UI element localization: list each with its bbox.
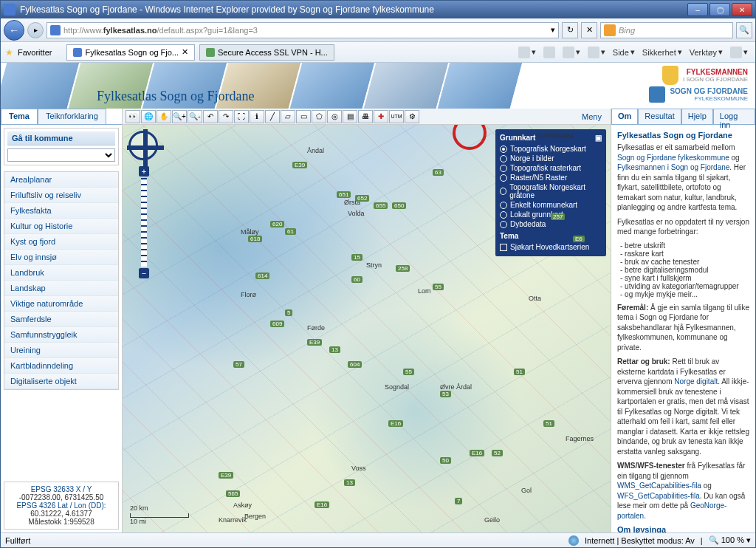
add-icon[interactable]: ✚ <box>374 110 388 123</box>
tab-fylkesatlas[interactable]: Fylkesatlas Sogn og Fjo... ✕ <box>66 44 195 61</box>
right-tab-resultat[interactable]: Resultat <box>638 109 681 124</box>
place-label: Otta <box>529 295 541 302</box>
address-bar[interactable]: http://www.fylkesatlas.no/default.aspx?g… <box>47 22 559 38</box>
sfj-link[interactable]: Sogn og Fjordane fylkeskommune <box>617 154 729 162</box>
info-icon[interactable]: ℹ <box>250 110 264 123</box>
stop-button[interactable]: ✕ <box>581 22 597 38</box>
globe-icon[interactable]: 🌐 <box>141 110 156 123</box>
binoculars-icon[interactable]: 👀 <box>126 110 140 123</box>
buffer-icon[interactable]: ◎ <box>327 110 342 123</box>
help-button[interactable]: ▾ <box>727 45 751 60</box>
select-rect-icon[interactable]: ▭ <box>296 110 311 123</box>
basemap-radio[interactable] <box>500 211 507 219</box>
home-button[interactable]: ▾ <box>515 45 539 60</box>
dropdown-icon[interactable]: ▾ <box>551 25 555 35</box>
compass-control[interactable] <box>128 131 158 160</box>
theme-item[interactable]: Arealplanar <box>4 172 118 188</box>
forward-button[interactable]: ▸ <box>27 22 44 38</box>
print-button[interactable]: ▾ <box>585 45 608 60</box>
road-label: 620 <box>270 221 284 227</box>
minimize-button[interactable]: – <box>687 3 708 16</box>
ie-icon <box>4 4 16 16</box>
feeds-button[interactable] <box>540 45 558 60</box>
zoom-out-icon[interactable]: 🔍- <box>188 110 202 123</box>
theme-item[interactable]: Landskap <box>4 281 118 296</box>
kommune-select[interactable] <box>7 148 115 162</box>
theme-item[interactable]: Kartbladinndeling <box>4 358 118 374</box>
fm-link[interactable]: Fylkesmannen i Sogn og Fjordane <box>617 163 729 171</box>
road-label: 258 <box>396 265 410 272</box>
zoom-prev-icon[interactable]: ↶ <box>203 110 218 123</box>
tab-icon <box>73 48 82 57</box>
theme-item[interactable]: Digitaliserte objekt <box>4 374 118 389</box>
favorites-label[interactable]: Favoritter <box>18 48 52 57</box>
utm-icon[interactable]: UTM <box>389 110 404 123</box>
fullextent-icon[interactable]: ⛶ <box>234 110 249 123</box>
road-label: 651 <box>337 191 351 198</box>
zoom-in-button[interactable]: + <box>139 166 149 177</box>
place-label: Geilo <box>484 516 500 524</box>
basemap-radio[interactable] <box>500 165 507 172</box>
close-button[interactable]: ✕ <box>732 3 752 16</box>
theme-item[interactable]: Samfunnstryggleik <box>4 327 118 343</box>
theme-item[interactable]: Fylkesfakta <box>4 203 118 219</box>
theme-item[interactable]: Kyst og fjord <box>4 234 118 250</box>
search-button[interactable]: 🔍 <box>736 22 752 38</box>
road-label: 51 <box>514 369 525 375</box>
basemap-radio[interactable] <box>500 188 506 195</box>
titlebar: Fylkesatlas Sogn og Fjordane - Windows I… <box>1 1 755 18</box>
zoom-in-icon[interactable]: 🔍+ <box>172 110 187 123</box>
maximize-button[interactable]: ▢ <box>709 3 730 16</box>
map-canvas[interactable]: + − 20 km 10 mi Grunnkart▣ Topografisk N… <box>123 125 611 532</box>
fylkesmannen-logo <box>662 66 678 85</box>
zoom-indicator[interactable]: 🔍 100 % ▾ <box>709 535 751 545</box>
print-icon[interactable]: 🖶 <box>358 110 373 123</box>
tab-ssl-vpn[interactable]: Secure Access SSL VPN - H... <box>199 44 334 61</box>
search-box[interactable]: Bing <box>600 22 733 38</box>
settings-icon[interactable]: ⚙ <box>405 110 419 123</box>
right-tab-hjelp[interactable]: Hjelp <box>681 109 713 124</box>
select-poly-icon[interactable]: ⬠ <box>312 110 326 123</box>
tab-tema[interactable]: Tema <box>1 109 38 124</box>
basemap-radio[interactable] <box>500 155 507 162</box>
right-panel: OmResultatHjelpLogg inn Fylkesatlas Sogn… <box>611 109 755 532</box>
basemap-radio[interactable] <box>500 202 507 209</box>
theme-item[interactable]: Friluftsliv og reiseliv <box>4 188 118 203</box>
right-tab-om[interactable]: Om <box>611 109 638 124</box>
measure-line-icon[interactable]: ╱ <box>265 110 280 123</box>
safety-menu[interactable]: Sikkerhet ▾ <box>639 45 685 60</box>
theme-item[interactable]: Landbruk <box>4 265 118 281</box>
map-column: 👀 🌐 ✋ 🔍+ 🔍- ↶ ↷ ⛶ ℹ ╱ ▱ ▭ ⬠ ◎ ▤ 🖶 ✚ <box>123 109 611 532</box>
sjokart-checkbox[interactable] <box>500 244 507 251</box>
meny-link[interactable]: Meny <box>582 112 608 121</box>
layers-icon[interactable]: ▤ <box>343 110 357 123</box>
pan-icon[interactable]: ✋ <box>157 110 171 123</box>
home-icon <box>518 47 530 58</box>
theme-item[interactable]: Elv og innsjø <box>4 250 118 265</box>
tab-close-icon[interactable]: ✕ <box>182 47 188 57</box>
mail-button[interactable]: ▾ <box>560 45 583 60</box>
back-button[interactable]: ← <box>4 20 24 41</box>
theme-item[interactable]: Samferdsle <box>4 312 118 327</box>
zoom-out-button[interactable]: − <box>139 268 149 278</box>
theme-item[interactable]: Viktige naturområde <box>4 296 118 312</box>
wfs-link[interactable]: WFS_GetCapabilities-fila <box>617 492 700 500</box>
basemap-radio[interactable] <box>500 221 507 228</box>
wms-link[interactable]: WMS_GetCapabilities-fila <box>617 482 701 490</box>
right-tab-logg inn[interactable]: Logg inn <box>713 109 755 124</box>
theme-item[interactable]: Ureining <box>4 343 118 358</box>
star-icon[interactable]: ★ <box>5 47 13 58</box>
tab-teiknforklaring[interactable]: Teiknforklaring <box>38 109 106 124</box>
zoom-slider[interactable]: + − <box>139 166 149 278</box>
zoom-next-icon[interactable]: ↷ <box>219 110 233 123</box>
zoom-track[interactable] <box>141 178 147 267</box>
basemap-radio[interactable] <box>500 145 507 153</box>
basemap-radio[interactable] <box>500 174 507 182</box>
tools-menu[interactable]: Verktøy ▾ <box>687 45 726 60</box>
norge-digitalt-link[interactable]: Norge digitalt <box>674 377 718 386</box>
measure-area-icon[interactable]: ▱ <box>281 110 295 123</box>
page-menu[interactable]: Side ▾ <box>610 45 638 60</box>
refresh-button[interactable]: ↻ <box>562 22 578 38</box>
theme-item[interactable]: Kultur og Historie <box>4 219 118 234</box>
panel-collapse-icon[interactable]: ▣ <box>595 134 602 142</box>
